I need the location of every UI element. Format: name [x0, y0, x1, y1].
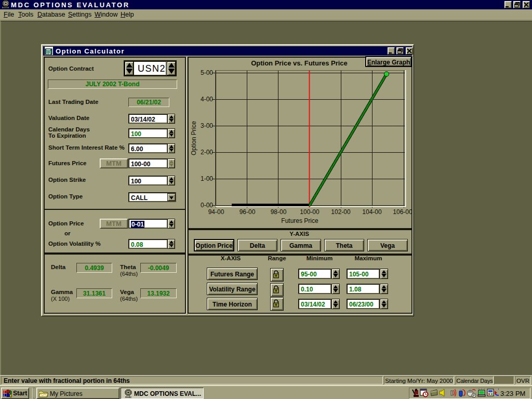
svg-text:P: P	[473, 394, 475, 397]
svg-text:mdc: mdc	[125, 395, 132, 398]
svg-text:mdc: mdc	[3, 6, 9, 9]
